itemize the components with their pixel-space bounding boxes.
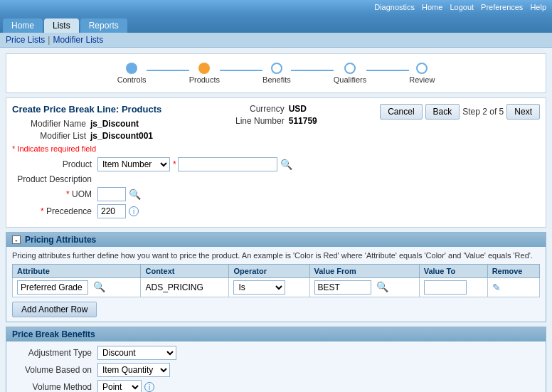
attr-attribute-cell: 🔍	[13, 278, 141, 297]
step-line-1	[147, 70, 189, 71]
step-label-products: Products	[189, 75, 220, 84]
step-info: Step 2 of 5	[462, 107, 504, 117]
page-header: Create Price Break Line: Products Modifi…	[12, 104, 161, 143]
diagnostics-link[interactable]: Diagnostics	[374, 3, 415, 11]
pricing-attributes-desc: Pricing attributes further define how yo…	[12, 251, 540, 260]
price-break-benefits-header: Price Break Benefits	[6, 327, 546, 341]
pricing-attributes-title: Pricing Attributes	[25, 235, 96, 245]
product-row: Product Item Number Item Category All It…	[12, 157, 540, 171]
step-benefits: Benefits	[262, 63, 291, 84]
volume-based-select[interactable]: Item Quantity Order Amount	[97, 363, 170, 377]
pricing-attributes-table: Attribute Context Operator Value From Va…	[12, 264, 540, 297]
product-type-select[interactable]: Item Number Item Category All Items	[97, 157, 170, 171]
step-line-4	[366, 70, 409, 71]
tab-lists[interactable]: Lists	[44, 18, 79, 33]
step-line-3	[291, 70, 334, 71]
breadcrumb-price-lists[interactable]: Price Lists	[6, 35, 45, 45]
adjustment-type-label: Adjustment Type	[12, 348, 97, 358]
step-dot-review	[416, 63, 428, 74]
context-value: ADS_PRICING	[145, 282, 203, 292]
line-number-value: 511759	[289, 116, 317, 126]
main-content: Controls Products Benefits Qualifiers Re…	[0, 48, 552, 392]
price-break-benefits-title: Price Break Benefits	[12, 329, 95, 339]
value-from-input[interactable]	[314, 280, 371, 295]
step-dot-benefits	[271, 63, 282, 74]
top-navigation: Diagnostics Home Logout Preferences Help	[0, 0, 552, 14]
product-label: Product	[12, 159, 97, 169]
volume-method-select[interactable]: Point Range	[97, 380, 142, 392]
help-link[interactable]: Help	[530, 3, 546, 11]
price-break-benefits-panel: Price Break Benefits Adjustment Type Dis…	[6, 327, 546, 392]
pricing-attributes-panel: - Pricing Attributes Pricing attributes …	[6, 232, 546, 322]
step-controls: Controls	[117, 63, 147, 84]
table-row: 🔍 ADS_PRICING Is Is Not Between	[13, 278, 540, 297]
currency-label: Currency	[225, 104, 289, 114]
breadcrumb: Price Lists | Modifier Lists	[0, 33, 552, 48]
modifier-name-value: js_Discount	[90, 119, 139, 129]
modifier-list-row: Modifier List js_Discount001	[12, 131, 161, 141]
tab-home[interactable]: Home	[3, 18, 43, 33]
preferences-link[interactable]: Preferences	[481, 3, 523, 11]
volume-method-info-icon[interactable]: i	[144, 382, 154, 392]
product-description-row: Product Description	[12, 174, 540, 184]
step-review: Review	[409, 63, 435, 84]
step-label-review: Review	[409, 75, 435, 84]
logout-link[interactable]: Logout	[450, 3, 474, 11]
currency-row: Currency USD	[225, 104, 307, 114]
modifier-name-label: Modifier Name	[12, 119, 90, 129]
col-value-from: Value From	[309, 265, 419, 278]
step-qualifiers: Qualifiers	[334, 63, 366, 84]
precedence-row: Precedence i	[12, 204, 540, 218]
precedence-label: Precedence	[12, 206, 97, 216]
tab-bar: Home Lists Reports	[0, 14, 552, 33]
attr-operator-cell: Is Is Not Between	[229, 278, 309, 297]
operator-select[interactable]: Is Is Not Between	[233, 280, 285, 295]
cancel-button[interactable]: Cancel	[380, 104, 422, 120]
col-remove: Remove	[487, 265, 539, 278]
tab-reports[interactable]: Reports	[80, 18, 127, 33]
uom-row: UOM 🔍	[12, 187, 540, 201]
form-section: Create Price Break Line: Products Modifi…	[6, 97, 546, 228]
product-input[interactable]	[178, 157, 277, 171]
modifier-name-row: Modifier Name js_Discount	[12, 119, 161, 129]
required-note: * Indicates required field	[12, 143, 540, 154]
step-products: Products	[189, 63, 220, 84]
attribute-input[interactable]	[17, 280, 88, 295]
precedence-input[interactable]	[97, 204, 126, 218]
col-context: Context	[141, 265, 229, 278]
attr-context-cell: ADS_PRICING	[141, 278, 229, 297]
home-link[interactable]: Home	[422, 3, 442, 11]
breadcrumb-modifier-lists[interactable]: Modifier Lists	[53, 35, 103, 45]
product-description-label: Product Description	[12, 174, 97, 184]
uom-search-icon[interactable]: 🔍	[129, 189, 141, 200]
breadcrumb-separator: |	[48, 35, 50, 45]
precedence-info-icon[interactable]: i	[129, 206, 139, 216]
attr-remove-cell: ✎	[487, 278, 539, 297]
attribute-search-icon[interactable]: 🔍	[93, 281, 105, 292]
volume-based-row: Volume Based on Item Quantity Order Amou…	[12, 363, 540, 377]
step-label-qualifiers: Qualifiers	[334, 75, 366, 84]
remove-edit-icon[interactable]: ✎	[492, 282, 501, 293]
volume-based-label: Volume Based on	[12, 365, 97, 375]
step-dot-controls	[126, 63, 137, 74]
section-toggle[interactable]: -	[12, 235, 21, 244]
line-number-row: Line Number 511759	[225, 116, 317, 126]
back-button[interactable]: Back	[425, 104, 460, 120]
value-to-input[interactable]	[424, 280, 467, 295]
next-button[interactable]: Next	[506, 104, 540, 120]
action-buttons: Cancel Back Step 2 of 5 Next	[380, 104, 540, 120]
price-break-benefits-body: Adjustment Type Discount Surcharge Marku…	[6, 341, 546, 392]
modifier-list-value: js_Discount001	[90, 131, 153, 141]
product-search-icon[interactable]: 🔍	[280, 159, 292, 170]
step-label-controls: Controls	[117, 75, 147, 84]
uom-input[interactable]	[97, 187, 126, 201]
volume-method-label: Volume Method	[12, 382, 97, 392]
uom-label: UOM	[12, 189, 97, 199]
add-another-row-button[interactable]: Add Another Row	[12, 302, 97, 317]
pricing-attributes-header: - Pricing Attributes	[6, 233, 546, 247]
step-dot-qualifiers	[344, 63, 356, 74]
value-from-search-icon[interactable]: 🔍	[376, 281, 388, 292]
step-line-2	[220, 70, 262, 71]
col-operator: Operator	[229, 265, 309, 278]
adjustment-type-select[interactable]: Discount Surcharge Markup Percent	[97, 346, 176, 360]
